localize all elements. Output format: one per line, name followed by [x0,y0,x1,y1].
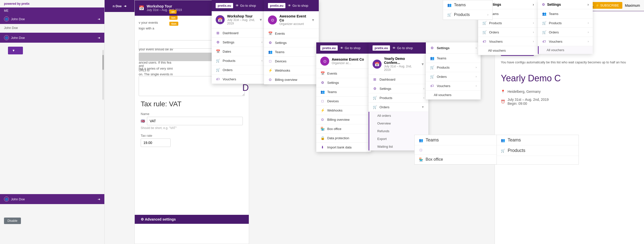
menu-teams-5[interactable]: 👥 Teams [426,54,481,63]
arrow-right-icon[interactable]: ➜ [98,17,100,21]
nav-panel-2: pretix.eu 👁 Go to shop ⊙ Awesome Event C… [264,0,319,84]
menu-item-vouchers-1[interactable]: 🏷 Vouchers [212,75,266,84]
menu-item-import-3[interactable]: ⬇ Import bank data [316,143,371,152]
chevron-down-icon-2[interactable]: ▼ [311,18,315,22]
arrow-icon-2[interactable]: ➜ [98,36,100,40]
tax-rate-input[interactable] [141,139,170,147]
menu-products-5[interactable]: 🛒 Products › [426,63,481,72]
menu-teams-top[interactable]: 👥 Teams [443,0,492,10]
chevron-close-5[interactable]: › [476,46,477,50]
vouchers-label-5: Vouchers [437,84,450,88]
settings-label-3: Settings [327,81,339,85]
menu-boxoffice-bl[interactable]: 🏪 Box office [415,155,496,164]
menu-teams-bl[interactable]: 👥 Teams [415,135,496,146]
yearly-icon-4: 📅 [372,60,382,69]
teams-icon-3: 👥 [320,90,325,94]
menu-vouchers-6[interactable]: 🏷 Vouchers › [478,37,538,46]
orders-label-1: Orders [223,68,232,72]
pretix-logo-4[interactable]: pretix.eu [372,45,390,51]
far-right-header: ⚙ Settings › [538,0,593,9]
menu-item-settings-3[interactable]: ⚙ Settings [316,78,371,87]
menu-item-orders-4[interactable]: 🛒 Orders ▼ [368,102,428,112]
filter-button[interactable]: ▼ [8,47,23,54]
arrow-icon-3[interactable]: ➜ [98,197,100,201]
menu-item-dashboard-4[interactable]: ⊞ Dashboard [368,75,428,84]
advanced-settings-bar[interactable]: ⚙ Advanced settings [135,215,249,224]
dates-label-1: Dates [223,50,231,53]
partial-title: Da [242,83,249,93]
goto-shop-btn-4[interactable]: 👁 Go to shop [392,46,413,50]
menu-vouchers-fr[interactable]: 🏷 Vouchers › [538,37,593,46]
dashboard-label-4: Dashboard [380,78,396,81]
menu-allvouchers-5[interactable]: All vouchers [426,91,481,99]
menu-item-products-1[interactable]: 🛒 Products ‹ [212,56,266,65]
menu-item-dataprotect-3[interactable]: 🔒 Data protection [316,134,371,143]
chevron-products-fr: › [588,21,589,25]
submenu-refunds-4[interactable]: Refunds [369,127,428,135]
nav-arrow[interactable]: ➜ [124,4,126,8]
bottom-right-panel: 👥 Teams □ 🏪 Box office 👥 [414,135,579,165]
menu-item-dates-1[interactable]: 📅 Dates [212,47,266,56]
pretix-logo-3[interactable]: pretix.eu [320,45,338,51]
submenu-overview-4[interactable]: Overview [369,119,428,127]
chevron-down-icon-1[interactable]: ▼ [259,18,262,22]
user-row-4[interactable]: 🌐 John Doe ➜ [0,194,104,204]
menu-item-webhooks-2[interactable]: ⚡ Webhooks [264,66,319,75]
menu-vouchers-5[interactable]: 🏷 Vouchers › [426,81,481,91]
goto-shop-btn-1[interactable]: 👁 Go to shop [236,4,256,8]
menu-item-devices-3[interactable]: □ Devices [316,96,371,106]
menu-item-teams-3[interactable]: 👥 Teams [316,87,371,96]
menu-item-webhooks-3[interactable]: ⚡ Webhooks [316,106,371,115]
menu-item-billing-2[interactable]: ⊙ Billing overview [264,75,319,84]
menu-item-dashboard-1[interactable]: ⊞ Dashboard [212,29,266,38]
products-label-1: Products [223,59,235,63]
tag-ion: ion [169,16,178,20]
powered-by-label: powered by pretix [0,0,104,8]
menu-devices-bl[interactable]: □ [415,146,496,155]
user-row-2[interactable]: 🌐 John Doe ➜ [0,14,104,24]
menu-products-fr[interactable]: 🛒 Products › [538,19,593,28]
menu-item-settings-4[interactable]: ⚙ Settings ‹ [368,84,428,93]
menu-item-boxoffice-3[interactable]: 🏪 Box office [316,124,371,134]
awesome-icon-3: ⊙ [320,57,329,66]
user-row-3[interactable]: 🌐 John Doe ➜ [0,33,104,43]
pretix-logo-1[interactable]: pretix.eu [216,3,233,8]
webhooks-icon-2: ⚡ [268,68,272,72]
menu-orders-6[interactable]: 🛒 Orders › [478,28,538,37]
menu-item-settings-2[interactable]: ⚙ Settings [264,38,319,47]
menu-item-teams-2[interactable]: 👥 Teams [264,47,319,57]
eye-icon-3: 👁 [340,46,344,50]
filter-icon: ▼ [12,49,15,52]
menu-item-settings-1[interactable]: ⚙ Settings ‹ [212,38,266,47]
menu-orders-5[interactable]: 🛒 Orders › [426,72,481,81]
menu-orders-fr[interactable]: 🛒 Orders › [538,28,593,37]
name-input[interactable] [147,117,243,125]
goto-shop-btn-2[interactable]: 👁 Go to shop [288,4,308,8]
menu-teams-br[interactable]: 👥 Teams [497,135,579,146]
scrollbar[interactable] [102,50,104,100]
goto-shop-btn-3[interactable]: 👁 Go to shop [340,46,360,50]
pretix-logo-2[interactable]: pretix.eu [268,3,286,8]
products-icon-6: 🛒 [482,21,486,25]
menu-item-billing-3[interactable]: ⊙ Billing overview [316,115,371,124]
event-location-row: 📍 Heidelberg, Germany [495,88,644,95]
menu-teams-fr[interactable]: 👥 Teams [538,9,593,19]
settings-label-fr: Settings [547,3,561,7]
menu-products-br[interactable]: 🛒 Products [497,146,579,156]
boxoffice-icon-bl: 🏪 [418,157,423,161]
menu-item-orders-1[interactable]: 🛒 Orders [212,65,266,75]
all-vouchers-sub-fr[interactable]: All vouchers [539,46,593,54]
chevron-close-6[interactable]: › [533,3,534,7]
teams-icon-2: 👥 [268,50,272,54]
menu-item-events-3[interactable]: 📅 Events [316,69,371,78]
menu-item-devices-2[interactable]: □ Devices [264,57,319,66]
chevron-down-icon-4[interactable]: ▼ [421,62,424,66]
settings-icon-5: ⚙ [430,46,434,50]
menu-products-top[interactable]: 🛒 Products › [443,10,492,20]
menu-allvouchers-6[interactable]: All vouchers [478,46,538,55]
disable-button[interactable]: Disable [4,217,21,224]
submenu-all-orders-4[interactable]: All orders [369,112,428,119]
chevron-fr[interactable]: › [588,3,589,7]
menu-item-events-2[interactable]: 📅 Events [264,29,319,38]
menu-item-products-4[interactable]: 🛒 Products ‹ [368,93,428,102]
